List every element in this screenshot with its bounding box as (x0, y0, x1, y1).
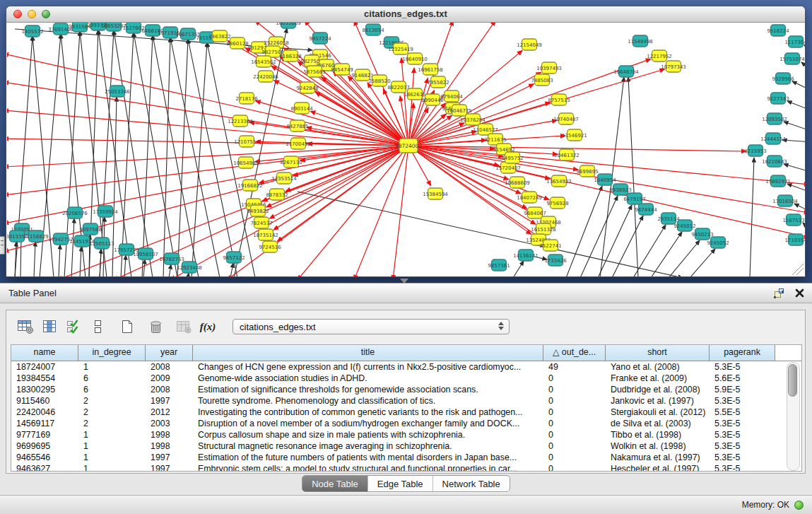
graph-node[interactable]: 7955822 (427, 76, 449, 88)
graph-node[interactable]: 9245052 (707, 237, 729, 248)
graph-node[interactable]: 9724516 (259, 241, 281, 252)
show-column-icon[interactable] (39, 317, 60, 337)
vertical-scrollbar[interactable] (787, 362, 800, 471)
graph-node[interactable]: 8813054 (362, 24, 384, 35)
graph-node[interactable]: 9857224 (309, 33, 331, 44)
merge-rows-icon[interactable] (87, 317, 108, 337)
graph-node[interactable]: 16782753 (159, 253, 184, 264)
graph-node[interactable]: 9097588 (79, 223, 101, 235)
graph-node[interactable]: 11548498 (628, 35, 653, 47)
graph-node[interactable]: 25053346 (105, 86, 130, 97)
table-row[interactable]: 1938455462009Genome-wide association stu… (11, 373, 801, 384)
tab-edge-table[interactable]: Edge Table (367, 476, 433, 491)
graph-node[interactable]: 1405572 (21, 25, 43, 37)
graph-node[interactable]: 16648784 (613, 66, 639, 77)
graph-node[interactable]: 6794064 (440, 90, 463, 102)
column-header[interactable]: in_degree (78, 345, 146, 361)
graph-node[interactable]: 10740487 (553, 113, 579, 124)
memory-status-icon[interactable] (794, 501, 804, 510)
tab-network-table[interactable]: Network Table (433, 476, 510, 491)
graph-node[interactable]: 9457122 (223, 252, 245, 263)
table-selector-dropdown[interactable]: citations_edges.txt (233, 319, 510, 334)
table-cell: 5.3E-5 (710, 429, 775, 440)
graph-node[interactable]: 10688609 (505, 177, 530, 188)
table-row[interactable]: 946554611997Estimation of the future num… (11, 452, 801, 463)
graph-node[interactable]: 20206576 (62, 207, 88, 218)
graph-node[interactable]: 12154049 (517, 39, 542, 50)
graph-node[interactable]: 13892971 (765, 175, 791, 187)
graph-node[interactable]: 9474444 (635, 204, 657, 215)
graph-node[interactable]: 1710354 (784, 234, 805, 245)
table-row[interactable]: 946362711997Embryonic stem cells: a mode… (11, 463, 801, 472)
column-header[interactable]: △ out_de... (543, 345, 606, 361)
table-row[interactable]: 977716911998Corpus callosum shape and si… (11, 429, 801, 440)
graph-node[interactable]: 18724007 (395, 139, 422, 153)
table-row[interactable]: 1830029562008Estimation of significance … (11, 384, 801, 395)
close-button[interactable] (13, 10, 22, 18)
graph-node[interactable]: 15384594 (423, 188, 448, 199)
column-header[interactable]: year (146, 345, 193, 361)
tab-node-table[interactable]: Node Table (302, 476, 367, 491)
float-panel-icon[interactable] (773, 288, 784, 298)
graph-edge (669, 240, 700, 276)
graph-node[interactable]: 9756928 (546, 197, 568, 209)
zoom-button[interactable] (42, 10, 50, 18)
table-row[interactable]: 911546021997Tourette syndrome. Phenomeno… (11, 395, 801, 407)
graph-node[interactable]: 1167533 (782, 214, 804, 226)
close-panel-icon[interactable] (794, 288, 805, 298)
graph-node[interactable]: 8267130 (280, 156, 302, 168)
graph-node[interactable]: 8757515 (548, 94, 570, 105)
table-row[interactable]: 1872400712008Changes of HCN gene express… (11, 361, 801, 373)
graph-node[interactable]: 11700452 (286, 138, 311, 149)
network-window-titlebar[interactable]: citations_edges.txt (6, 6, 805, 23)
graph-node[interactable]: 10797343 (661, 61, 686, 72)
graph-node[interactable]: 22420046 (253, 71, 278, 82)
column-header[interactable]: title (193, 345, 543, 361)
table-row[interactable]: 969969511998Structural magnetic resonanc… (11, 440, 801, 452)
column-header[interactable]: name (11, 345, 78, 361)
graph-node[interactable]: 9329966 (772, 73, 794, 84)
graph-node[interactable]: 12444154 (760, 133, 786, 144)
table-row[interactable]: 1456911722003Disruption of a novel membe… (11, 418, 801, 429)
graph-node[interactable]: 9699695 (576, 165, 598, 177)
graph-node[interactable]: 9450213 (691, 228, 713, 240)
graph-node[interactable]: 16210643 (762, 156, 787, 167)
graph-node[interactable]: 9518224 (767, 25, 789, 36)
column-header[interactable]: pagerank (710, 345, 775, 361)
graph-node[interactable]: 12213364 (228, 115, 253, 127)
graph-node[interactable]: 14136141 (513, 250, 539, 261)
select-rows-icon[interactable] (63, 317, 84, 337)
graph-node[interactable]: 7824537 (250, 217, 272, 228)
graph-node[interactable]: 11546921 (562, 129, 587, 141)
graph-node[interactable]: 12093582 (762, 113, 787, 124)
column-header[interactable]: short (606, 345, 710, 361)
graph-node[interactable]: 9227343 (767, 93, 789, 104)
graph-node[interactable]: 17016504 (772, 195, 798, 206)
graph-node[interactable]: 15751074 (779, 53, 805, 64)
table-settings-icon[interactable] (15, 317, 36, 337)
minimize-button[interactable] (28, 10, 36, 18)
graph-node[interactable]: 8903144 (290, 103, 313, 114)
network-canvas[interactable]: 1405572376914069931584299371410653287152… (7, 23, 805, 276)
graph-node[interactable]: 9857361 (488, 259, 510, 271)
graph-node[interactable]: 1117304 (784, 36, 805, 47)
new-file-icon[interactable] (117, 317, 138, 337)
graph-node[interactable]: 16961758 (418, 64, 443, 75)
graph-node[interactable]: 2718176 (235, 93, 258, 104)
graph-node[interactable]: 17359924 (93, 206, 118, 217)
graph-node[interactable]: 10397493 (536, 62, 562, 74)
graph-node[interactable]: 13654923 (546, 175, 572, 187)
function-builder-icon[interactable]: f(x) (197, 317, 218, 337)
table-row[interactable]: 2242004622012Investigating the contribut… (11, 407, 801, 418)
graph-node[interactable]: 1733426 (544, 255, 567, 266)
graph-node[interactable]: 12107554 (234, 136, 259, 147)
graph-node[interactable]: 8215953 (744, 145, 766, 156)
delete-table-icon[interactable] (145, 317, 166, 337)
graph-node[interactable]: 1840954 (594, 174, 616, 185)
network-graph[interactable]: 1405572376914069931584299371410653287152… (7, 23, 805, 276)
graph-node[interactable]: 16033809 (276, 23, 301, 28)
graph-node[interactable]: 10461322 (554, 149, 579, 160)
graph-node[interactable]: 12923448 (177, 262, 202, 273)
scrollbar-thumb[interactable] (788, 364, 797, 397)
graph-node[interactable]: 12217952 (647, 50, 672, 62)
